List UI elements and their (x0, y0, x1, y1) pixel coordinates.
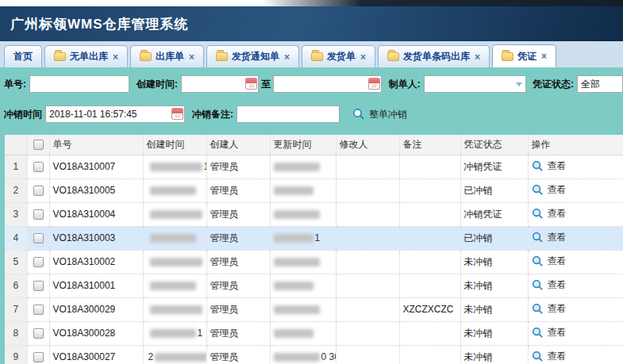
view-link[interactable]: 查看 (532, 231, 567, 244)
tab-item[interactable]: 凭证 × (492, 44, 556, 67)
order-no-cell: VO18A310004 (49, 202, 143, 226)
tab-item[interactable]: 发货通知单 × (206, 45, 299, 67)
view-link[interactable]: 查看 (532, 159, 567, 173)
table-row[interactable]: 2 VO18A310005 管理员 已冲销 查看 (5, 178, 623, 202)
tab-item[interactable]: 出库单 × (130, 45, 204, 67)
view-link[interactable]: 查看 (532, 255, 567, 268)
table-header-row: 单号 创建时间 创建人 更新时间 修改人 备注 凭证状态 操作 (5, 135, 623, 155)
row-checkbox[interactable] (33, 186, 44, 196)
view-link[interactable]: 查看 (532, 278, 567, 292)
row-number-cell: 5 (5, 250, 27, 274)
note-cell (399, 321, 460, 345)
redacted-created-time (150, 329, 196, 338)
create-time-to-input[interactable] (273, 75, 381, 93)
redacted-created-time (150, 282, 196, 290)
table-row[interactable]: 9 VO18A300027 20 1 管理员 0 30 未冲销 查看 (5, 345, 623, 364)
creator-cell: 管理员 (206, 202, 270, 226)
view-link[interactable]: 查看 (532, 326, 567, 339)
redacted-updated-time (274, 210, 320, 219)
status-cell: 已冲销 (460, 226, 528, 250)
writeoff-time-input[interactable] (45, 105, 185, 123)
close-icon[interactable]: × (284, 52, 290, 62)
row-select-cell (27, 226, 49, 250)
view-link[interactable]: 查看 (532, 350, 567, 363)
magnifier-icon (352, 108, 365, 121)
updated-time-cell (270, 250, 336, 274)
status-cell: 冲销凭证 (460, 202, 528, 226)
magnifier-icon (532, 303, 544, 315)
table-row[interactable]: 7 VO18A300029 管理员 XZCZXCZC 未冲销 查看 (5, 297, 623, 321)
writeoff-note-input[interactable] (237, 105, 340, 123)
calendar-icon[interactable] (245, 78, 257, 90)
close-icon[interactable]: × (541, 52, 547, 61)
creator-cell: 管理员 (206, 297, 270, 321)
create-time-label: 创建时间: (137, 78, 178, 91)
table-row[interactable]: 4 VO18A310003 管理员 1 已冲销 查看 (5, 226, 623, 250)
tab-item[interactable]: 无单出库 × (44, 45, 128, 67)
updated-time-fragment: 0 30 (321, 351, 336, 362)
row-number-header (5, 135, 27, 155)
table-row[interactable]: 6 VO18A310001 管理员 未冲销 查看 (5, 274, 623, 297)
magnifier-icon (532, 279, 544, 291)
tab-item[interactable]: 发货单 × (302, 45, 375, 67)
row-select-cell (27, 297, 49, 321)
redacted-created-time (150, 186, 196, 195)
table-row[interactable]: 5 VO18A310002 管理员 未冲销 查看 (5, 250, 623, 274)
col-operation: 操作 (528, 135, 623, 155)
table-row[interactable]: 8 VO18A300028 1 管理员 未冲销 查看 (5, 321, 623, 345)
close-icon[interactable]: × (113, 52, 118, 62)
row-checkbox[interactable] (33, 162, 44, 172)
row-checkbox[interactable] (33, 328, 44, 339)
table-row[interactable]: 1 VO18A310007 1 管理员 冲销凭证 查看 (5, 155, 623, 178)
redacted-created-time (150, 234, 196, 243)
view-link-label: 查看 (548, 350, 567, 363)
row-select-cell (27, 250, 49, 274)
created-time-fragment: 1 (198, 328, 203, 339)
tab-item[interactable]: 首页 × (4, 45, 42, 67)
redacted-updated-time (274, 282, 313, 290)
order-no-input[interactable] (29, 75, 129, 93)
view-link[interactable]: 查看 (532, 207, 567, 220)
status-cell: 未冲销 (460, 345, 528, 364)
calendar-icon[interactable] (368, 78, 380, 90)
row-checkbox[interactable] (33, 281, 44, 291)
view-link[interactable]: 查看 (532, 302, 567, 316)
tab-item[interactable]: 发货单条码出库 × (378, 45, 490, 67)
row-checkbox[interactable] (33, 233, 44, 243)
updated-time-fragment: 1 (315, 232, 321, 243)
created-time-cell (143, 178, 206, 202)
status-cell: 已冲销 (460, 178, 528, 202)
operation-cell: 查看 (528, 274, 623, 297)
creator-cell: 管理员 (206, 321, 270, 345)
maker-select[interactable] (424, 75, 526, 93)
table-row[interactable]: 3 VO18A310004 管理员 冲销凭证 查看 (5, 202, 623, 226)
row-number-cell: 1 (5, 155, 27, 178)
close-icon[interactable]: × (475, 52, 480, 62)
created-time-cell (143, 202, 206, 226)
redacted-updated-time (274, 163, 320, 171)
close-icon[interactable]: × (189, 52, 194, 62)
view-link[interactable]: 查看 (532, 183, 567, 197)
calendar-icon[interactable] (171, 108, 183, 120)
creator-cell: 管理员 (206, 178, 270, 202)
row-checkbox[interactable] (33, 257, 44, 267)
row-checkbox[interactable] (33, 305, 44, 315)
status-cell: 未冲销 (460, 250, 528, 274)
row-number-cell: 2 (5, 178, 27, 202)
row-checkbox[interactable] (33, 209, 44, 220)
redacted-updated-time (274, 234, 313, 243)
operation-cell: 查看 (528, 226, 623, 250)
magnifier-icon (532, 184, 544, 196)
operation-cell: 查看 (528, 155, 623, 178)
select-all-checkbox[interactable] (33, 140, 44, 150)
window-top-strip (0, 0, 623, 6)
col-created-time: 创建时间 (143, 135, 206, 155)
redacted-created-time (150, 258, 202, 266)
close-icon[interactable]: × (360, 52, 366, 62)
modifier-cell (336, 297, 399, 321)
note-cell: XZCZXCZC (399, 297, 460, 321)
status-select[interactable]: 全部 (577, 75, 623, 93)
app-title: 广州标领WMS仓库管理系统 (0, 15, 189, 33)
writeoff-whole-order-button[interactable]: 整单冲销 (352, 108, 407, 121)
row-checkbox[interactable] (33, 352, 44, 362)
